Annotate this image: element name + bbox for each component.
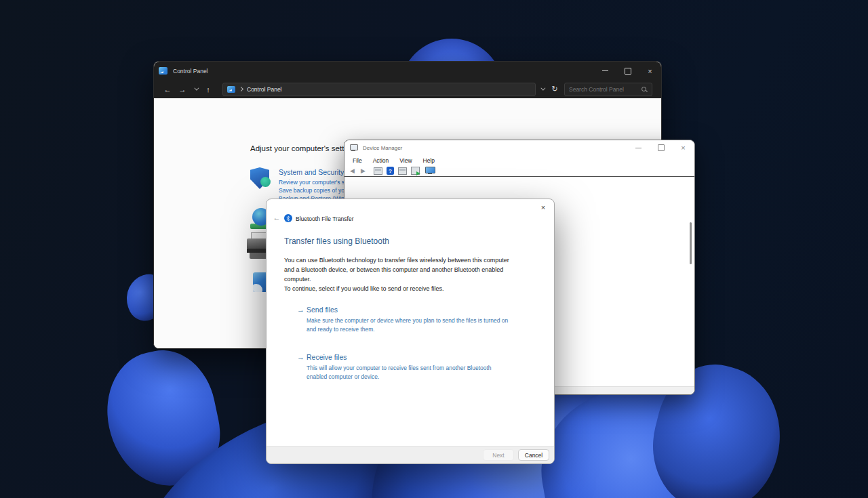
cancel-button[interactable]: Cancel <box>518 449 549 461</box>
menu-action[interactable]: Action <box>368 157 395 164</box>
dialog-footer: Next Cancel <box>267 446 554 463</box>
close-button[interactable]: × <box>639 62 661 80</box>
control-panel-navbar: ← → ↑ Control Panel ↻ <box>154 80 661 98</box>
menu-file[interactable]: File <box>347 157 368 164</box>
address-bar[interactable]: Control Panel <box>222 83 536 96</box>
search-input[interactable] <box>569 86 641 93</box>
receive-files-arrow-icon: → <box>297 353 304 361</box>
maximize-button[interactable] <box>650 140 672 155</box>
desktop: Control Panel × ← → ↑ Control Panel ↻ <box>0 0 868 498</box>
search-icon[interactable] <box>641 86 648 93</box>
breadcrumb[interactable]: Control Panel <box>247 86 282 93</box>
close-button[interactable]: × <box>672 140 694 155</box>
prompt-text: To continue, select if you would like to… <box>284 285 511 294</box>
control-panel-icon <box>159 67 167 75</box>
up-icon[interactable]: ↑ <box>201 85 216 94</box>
control-panel-icon <box>227 86 235 93</box>
toolbar-scan-hardware-icon[interactable] <box>411 167 420 175</box>
toolbar-show-window-icon[interactable] <box>374 167 382 175</box>
toolbar-properties-icon[interactable] <box>398 167 407 175</box>
send-files-arrow-icon: → <box>297 306 304 314</box>
bluetooth-icon <box>284 214 292 222</box>
maximize-button[interactable] <box>616 62 639 80</box>
window-title: Device Manager <box>363 145 402 151</box>
next-button[interactable]: Next <box>483 449 514 461</box>
send-files-description: Make sure the computer or device where y… <box>307 316 510 334</box>
device-manager-titlebar[interactable]: Device Manager × <box>344 140 694 155</box>
receive-files-description: This will allow your computer to receive… <box>307 364 510 381</box>
minimize-button[interactable] <box>627 140 650 155</box>
system-security-icon[interactable] <box>250 167 269 189</box>
device-manager-toolbar: ◀ ▶ ? <box>344 165 694 176</box>
toolbar-back-icon[interactable]: ◀ <box>348 167 357 174</box>
back-icon[interactable]: ← <box>160 85 175 94</box>
recent-pages-chevron-icon[interactable] <box>190 87 201 91</box>
intro-text: You can use Bluetooth technology to tran… <box>284 256 511 285</box>
device-manager-icon <box>350 144 358 151</box>
menu-view[interactable]: View <box>394 157 417 164</box>
minimize-button[interactable] <box>594 62 616 80</box>
page-title: Adjust your computer's settings <box>250 144 358 152</box>
scrollbar-thumb[interactable] <box>690 222 692 264</box>
receive-files-option[interactable]: Receive files <box>307 353 347 361</box>
back-icon[interactable]: ← <box>271 213 282 222</box>
dialog-title: Bluetooth File Transfer <box>296 215 354 222</box>
category-system-security[interactable]: System and Security <box>279 168 344 176</box>
address-dropdown-icon[interactable] <box>536 80 548 98</box>
search-box[interactable] <box>564 83 652 96</box>
toolbar-computer-icon[interactable] <box>425 167 435 175</box>
send-files-option[interactable]: Send files <box>307 306 338 314</box>
breadcrumb-chevron-icon <box>239 87 243 91</box>
window-title: Control Panel <box>173 68 208 75</box>
bluetooth-file-transfer-dialog: × ← Bluetooth File Transfer Transfer fil… <box>266 199 555 464</box>
menu-help[interactable]: Help <box>418 157 440 164</box>
toolbar-forward-icon[interactable]: ▶ <box>359 167 368 174</box>
control-panel-titlebar[interactable]: Control Panel × <box>154 62 661 80</box>
close-icon[interactable]: × <box>537 202 549 213</box>
device-manager-menubar: File Action View Help <box>344 155 694 165</box>
refresh-icon[interactable]: ↻ <box>548 85 561 94</box>
wizard-heading: Transfer files using Bluetooth <box>284 236 389 246</box>
forward-icon[interactable]: → <box>175 85 190 94</box>
toolbar-help-icon[interactable]: ? <box>387 167 394 175</box>
